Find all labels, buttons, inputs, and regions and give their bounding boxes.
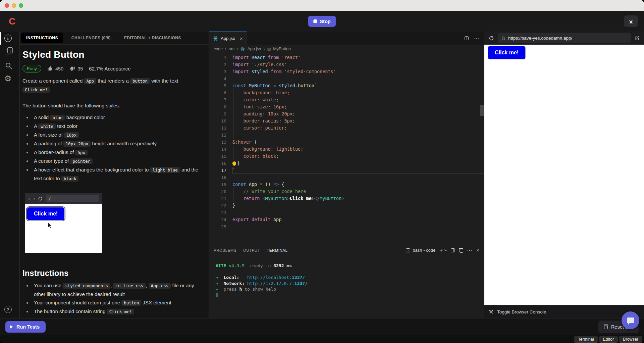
tab-app-jsx[interactable]: App.jsx × [209,32,247,45]
code-line: 22} [209,202,484,209]
stop-button[interactable]: Stop [308,16,336,27]
line-content: const MyButton = styled.button` [232,82,484,89]
line-content: export default App [232,216,484,223]
refresh-icon[interactable] [489,36,494,41]
line-number: 10 [209,117,226,125]
siren-icon [628,18,634,24]
minimize-window-button[interactable] [12,3,16,8]
code-line: 25 [209,223,484,230]
statusbar-editor-button[interactable]: Editor [599,336,618,343]
style-requirement: A cursor type of pointer [32,157,204,165]
line-content: color: white; [232,96,484,103]
split-terminal-icon[interactable] [451,248,455,252]
browser-page: Click me! [484,45,644,305]
inline-code-chip: blue [50,115,65,120]
codedamn-logo[interactable]: C [9,17,15,26]
preview-url-field[interactable]: / [46,195,99,202]
info-icon: i [4,35,12,42]
sidebar-item-help[interactable]: ? [0,303,16,316]
line-number: 6 [209,89,226,96]
code-line: 20 // Write your code here [209,188,484,195]
thumbs-up-icon [47,66,53,71]
terminal-line: → Local: http://localhost:1337/ [216,275,484,281]
tab-challenges-0-8[interactable]: CHALLENGES (0/8) [66,33,116,43]
split-editor-icon[interactable] [465,36,469,40]
terminal-tab-output[interactable]: OUTPUT [243,245,260,255]
terminal-output[interactable]: VITE v4.3.9 ready in 3292 ms → Local: ht… [209,256,484,298]
tab-instructions[interactable]: INSTRUCTIONS [21,33,63,43]
preview-click-me-button[interactable]: Click me! [27,207,64,220]
play-icon [10,325,13,329]
terminal-tab-terminal[interactable]: TERMINAL [267,245,287,255]
code-line: 3import styled from 'styled-components' [209,68,484,75]
tools-icon [489,309,494,314]
line-content [232,209,484,216]
sidebar-item-instructions[interactable]: i [0,32,16,45]
inline-code-chip: Click me! [107,309,135,314]
inline-code-chip: pointer [70,158,93,164]
lightbulb-icon[interactable] [232,161,236,165]
instructions-panel: INSTRUCTIONSCHALLENGES (0/8)EDITORIAL + … [20,32,209,318]
statusbar-terminal-button[interactable]: Terminal [574,336,598,343]
likes-count[interactable]: 450 [47,66,63,71]
mouse-cursor [48,222,53,229]
terminal-dropdown-icon[interactable] [444,248,447,251]
browser-panel: https://save-yes.codedamn.app/ Click me!… [484,32,644,318]
kill-terminal-icon[interactable] [459,248,463,252]
line-number: 14 [209,146,226,153]
back-icon[interactable]: ‹ [28,196,30,201]
shell-icon: › [406,248,410,252]
inline-code-chip: 10px 20px [63,141,91,147]
code-line: 18 [209,174,484,181]
code-line: 10 border-radius: 5px; [209,117,484,125]
chat-widget-button[interactable] [622,311,639,329]
line-number: 3 [209,68,226,75]
tab-editorial-discussions[interactable]: EDITORIAL + DISCUSSIONS [119,33,186,43]
instruction-item: The button should contain string Click m… [32,307,204,316]
close-panel-icon[interactable]: × [476,247,479,253]
close-window-button[interactable] [5,3,9,8]
more-actions-icon[interactable]: ⋯ [474,35,479,41]
code-line: 9 padding: 10px 20px; [209,110,484,117]
open-external-icon[interactable] [635,36,640,41]
report-issue-button[interactable] [624,15,638,27]
close-tab-icon[interactable]: × [240,36,243,41]
shell-label[interactable]: bash - code [413,248,435,253]
code-editor[interactable]: 1import React from 'react'2import './sty… [209,53,484,244]
line-number: 8 [209,103,226,110]
code-line: 5const MyButton = styled.button` [209,82,484,89]
inline-code-chip: button [130,78,150,84]
code-line: 4 [209,75,484,82]
reload-icon[interactable] [38,196,43,201]
line-number: 15 [209,153,226,160]
sidebar-item-settings[interactable]: ⚙ [0,72,16,85]
breadcrumb[interactable]: code › src › App.jsx › ▤ MyButton [209,45,484,53]
dislikes-count[interactable]: 35 [69,66,83,71]
line-content [232,132,484,139]
terminal-panel: PROBLEMSOUTPUTTERMINAL › bash - code + ⋯… [209,244,484,318]
inline-code-chip: App [84,78,96,84]
terminal-actions: › bash - code + ⋯ × [406,247,479,254]
click-me-button[interactable]: Click me! [488,46,525,59]
run-tests-button[interactable]: Run Tests [5,321,46,333]
sidebar-item-files[interactable] [0,45,16,58]
zoom-window-button[interactable] [19,3,23,8]
chevron-right-icon: › [237,46,238,51]
code-line: 6 background: blue; [209,89,484,96]
code-line: 7 color: white; [209,96,484,103]
chevron-right-icon: › [263,46,265,51]
terminal-tab-problems[interactable]: PROBLEMS [214,245,236,255]
line-content: } [232,202,484,209]
inline-code-chip: in-line css [113,283,146,289]
line-number: 25 [209,223,226,230]
line-number: 16 [209,160,226,167]
instructions-content[interactable]: Styled Button Easy 450 35 62.7% Acceptan… [20,45,209,318]
url-bar[interactable]: https://save-yes.codedamn.app/ [498,33,631,43]
sidebar-item-search[interactable] [0,58,16,72]
statusbar-browser-button[interactable]: Browser [619,336,642,343]
forward-icon[interactable]: › [33,196,35,201]
line-content [232,174,484,181]
terminal-more-icon[interactable]: ⋯ [467,247,472,253]
toggle-browser-console[interactable]: Toggle Browser Console [484,305,644,318]
new-terminal-icon[interactable]: + [439,247,443,254]
